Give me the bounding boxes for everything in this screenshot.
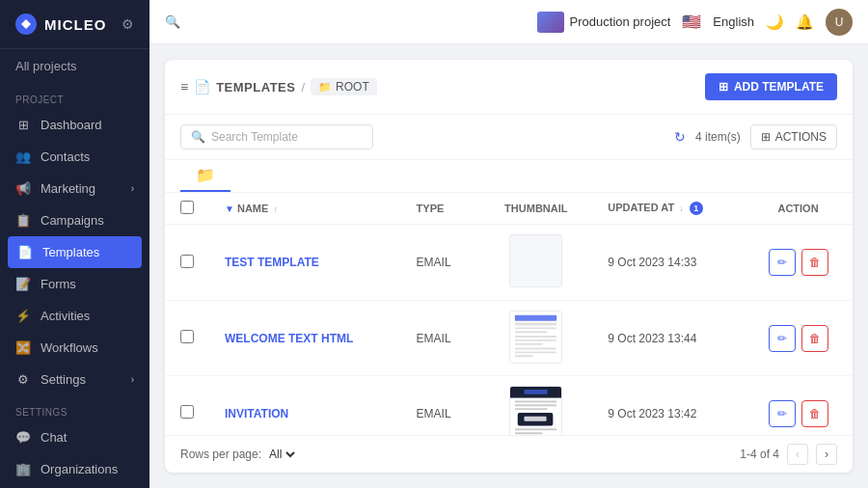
svg-rect-6 [515, 339, 556, 341]
search-template-box[interactable]: 🔍 Search Template [180, 124, 373, 149]
breadcrumb-root[interactable]: 📁 ROOT [311, 78, 377, 95]
delete-button[interactable]: 🗑 [801, 400, 828, 427]
sidebar: MICLEO ⚙ All projects Project ⊞ Dashboar… [0, 0, 149, 488]
sidebar-item-activities[interactable]: ⚡ Activities [0, 300, 149, 332]
moon-icon[interactable]: 🌙 [766, 14, 784, 31]
delete-button[interactable]: 🗑 [801, 249, 828, 276]
card-header: ≡ 📄 TEMPLATES / 📁 ROOT ⊞ ADD TEMPLATE [165, 60, 853, 115]
hamburger-icon[interactable]: ≡ [180, 79, 188, 95]
sidebar-item-chat[interactable]: 💬 Chat [0, 421, 149, 453]
sidebar-item-label: Chat [41, 430, 67, 445]
edit-button[interactable]: ✏ [769, 249, 796, 276]
row-name-cell: INVITATION [209, 376, 401, 436]
project-thumbnail [537, 12, 564, 33]
sidebar-item-forms[interactable]: 📝 Forms [0, 268, 149, 300]
svg-rect-15 [515, 404, 556, 406]
row-type-cell: EMAIL [401, 301, 480, 376]
svg-rect-10 [515, 355, 533, 357]
row-thumbnail-cell [479, 225, 592, 301]
card-footer: Rows per page: All 10 25 50 1-4 of 4 ‹ › [165, 435, 853, 473]
svg-rect-4 [515, 331, 548, 333]
sidebar-item-marketing[interactable]: 📢 Marketing › [0, 173, 149, 204]
actions-label: ACTIONS [775, 130, 827, 144]
sidebar-item-settings[interactable]: ⚙ Settings › [0, 364, 149, 395]
table-row: TEST TEMPLATE EMAIL 9 Oct 2023 14:33 ✏ 🗑 [165, 225, 853, 301]
row-action-cell: ✏ 🗑 [744, 301, 853, 376]
refresh-icon[interactable]: ↻ [674, 129, 686, 145]
main-area: 🔍 Production project 🇺🇸 English 🌙 🔔 U ≡ … [149, 0, 868, 488]
delete-button[interactable]: 🗑 [801, 325, 828, 352]
rows-per-page-label: Rows per page: [180, 447, 261, 461]
sidebar-item-label: Forms [41, 277, 76, 291]
add-template-button[interactable]: ⊞ ADD TEMPLATE [705, 73, 837, 100]
sidebar-section-project: Project [0, 83, 149, 109]
edit-button[interactable]: ✏ [769, 325, 796, 352]
row-checkbox[interactable] [180, 330, 194, 343]
template-name-link[interactable]: INVITATION [225, 407, 288, 420]
svg-rect-9 [515, 351, 556, 353]
svg-rect-2 [515, 323, 556, 326]
sidebar-settings-icon[interactable]: ⚙ [122, 16, 134, 32]
svg-rect-18 [525, 417, 547, 421]
sidebar-item-contacts[interactable]: 👥 Contacts [0, 141, 149, 173]
template-name-link[interactable]: WELCOME TEXT HTML [225, 332, 353, 345]
row-date-cell: 9 Oct 2023 13:44 [592, 301, 744, 376]
topbar-search[interactable]: 🔍 [165, 14, 526, 29]
filter-tabs: 📁 [165, 160, 853, 193]
thumbnail-empty [509, 234, 562, 287]
sidebar-section-settings: Settings [0, 395, 149, 421]
all-projects-link[interactable]: All projects [0, 49, 149, 83]
project-name: Production project [570, 14, 671, 29]
sidebar-item-organizations[interactable]: 🏢 Organizations [0, 453, 149, 485]
rows-per-page: Rows per page: All 10 25 50 [180, 447, 298, 462]
updated-filter-badge: 1 [690, 202, 703, 215]
table-header: ▼ NAME ↑ TYPE THUMBNAIL UPDATED AT ↓ 1 [165, 193, 853, 225]
sidebar-item-label: Contacts [41, 149, 90, 164]
breadcrumb-root-label: ROOT [336, 80, 369, 94]
logo-icon [15, 14, 37, 35]
row-thumbnail-cell [479, 376, 592, 436]
organizations-icon: 🏢 [15, 462, 31, 476]
sidebar-item-templates[interactable]: 📄 Templates [8, 236, 142, 268]
table-row: INVITATION EMAIL [165, 376, 853, 436]
template-name-link[interactable]: TEST TEMPLATE [225, 256, 319, 269]
folder-icon: 📁 [318, 81, 332, 94]
card-toolbar: 🔍 Search Template ↻ 4 item(s) ⊞ ACTIONS [165, 115, 853, 160]
actions-button[interactable]: ⊞ ACTIONS [750, 124, 837, 149]
edit-button[interactable]: ✏ [769, 400, 796, 427]
row-select-cell [165, 376, 209, 436]
user-avatar[interactable]: U [826, 9, 853, 36]
svg-rect-5 [515, 336, 556, 338]
add-template-label: ADD TEMPLATE [734, 80, 824, 94]
card-title-area: ≡ 📄 TEMPLATES / 📁 ROOT [180, 78, 697, 95]
th-filter-icon: ▼ [225, 203, 234, 214]
item-count: 4 item(s) [695, 130, 741, 144]
th-name: ▼ NAME ↑ [209, 193, 401, 225]
workflows-icon: 🔀 [15, 340, 31, 355]
search-template-icon: 🔍 [191, 130, 205, 144]
type-label: EMAIL [417, 332, 451, 345]
pagination-info: 1-4 of 4 [740, 447, 779, 461]
contacts-icon: 👥 [15, 149, 31, 164]
campaigns-icon: 📋 [15, 213, 31, 228]
row-checkbox[interactable] [180, 255, 194, 268]
rows-per-page-select[interactable]: All 10 25 50 [265, 447, 298, 462]
sidebar-item-workflows[interactable]: 🔀 Workflows [0, 332, 149, 364]
next-page-button[interactable]: › [816, 444, 837, 465]
row-checkbox[interactable] [180, 405, 194, 419]
topbar: 🔍 Production project 🇺🇸 English 🌙 🔔 U [149, 0, 868, 44]
language-flag: 🇺🇸 [682, 13, 701, 31]
action-buttons: ✏ 🗑 [759, 400, 837, 427]
th-updated-at: UPDATED AT ↓ 1 [592, 193, 744, 225]
sidebar-item-label: Templates [42, 245, 99, 259]
active-filter-tab[interactable]: 📁 [180, 160, 231, 192]
language-label: English [713, 14, 754, 29]
topbar-project: Production project [537, 12, 671, 33]
sidebar-item-dashboard[interactable]: ⊞ Dashboard [0, 109, 149, 141]
svg-rect-7 [515, 343, 543, 345]
notifications-icon[interactable]: 🔔 [796, 14, 814, 31]
svg-rect-20 [515, 432, 543, 434]
prev-page-button[interactable]: ‹ [787, 444, 808, 465]
select-all-checkbox[interactable] [180, 201, 194, 214]
sidebar-item-campaigns[interactable]: 📋 Campaigns [0, 204, 149, 236]
